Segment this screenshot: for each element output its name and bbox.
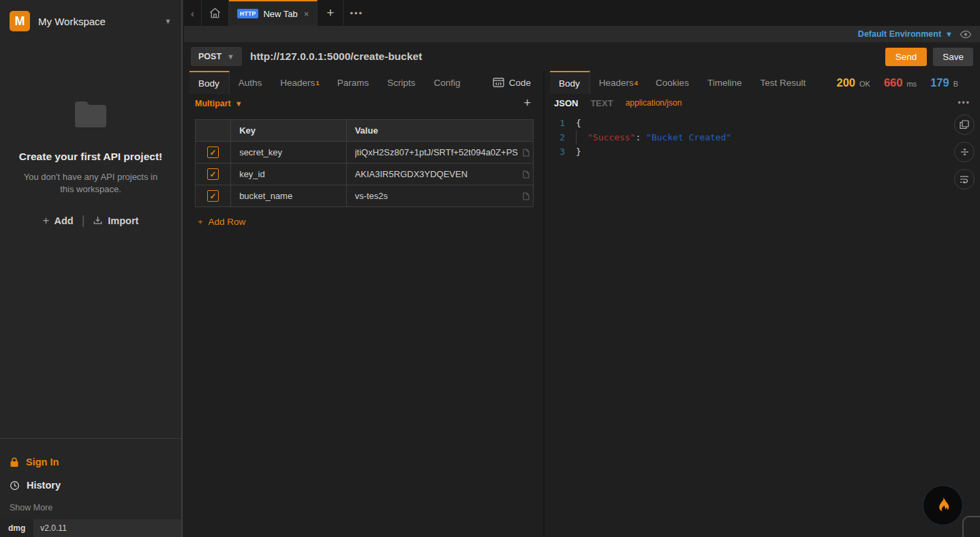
tab-more-icon[interactable]: ••• bbox=[343, 0, 369, 26]
key-cell[interactable]: key_id bbox=[231, 164, 347, 185]
tab-params[interactable]: Params bbox=[328, 71, 379, 94]
row-checkbox-checked[interactable]: ✓ bbox=[207, 147, 219, 158]
tab-headers[interactable]: Headers1 bbox=[271, 71, 328, 94]
version-bar: dmg v2.0.11 bbox=[0, 519, 181, 537]
environment-selector[interactable]: Default Environment ▼ bbox=[858, 29, 953, 39]
eye-icon[interactable] bbox=[960, 30, 972, 39]
request-tab-new-tab[interactable]: HTTP New Tab × bbox=[229, 0, 318, 26]
tab-response-cookies[interactable]: Cookies bbox=[647, 71, 699, 94]
sidebar-footer: Sign In History Show More bbox=[0, 438, 181, 519]
response-tabs: Body Headers4 Cookies Timeline Test Resu… bbox=[545, 71, 980, 94]
history-label: History bbox=[27, 480, 61, 491]
url-input[interactable]: http://127.0.0.1:5000/create-bucket bbox=[250, 50, 885, 63]
json-value: "Bucket Created" bbox=[646, 132, 731, 142]
tab-title: New Tab bbox=[263, 9, 297, 19]
wrap-text-icon[interactable] bbox=[954, 169, 975, 189]
chevron-down-icon: ▼ bbox=[945, 30, 953, 38]
version-text: v2.0.11 bbox=[40, 523, 66, 533]
code-snippet-button[interactable]: Code bbox=[486, 71, 538, 94]
brand-chip[interactable]: dmg bbox=[0, 519, 33, 537]
send-button[interactable]: Send bbox=[885, 48, 928, 66]
status-code: 200 bbox=[836, 76, 855, 89]
response-body-editor[interactable]: 1 { 2 "Success": "Bucket Created" 3 } bbox=[545, 112, 980, 537]
sign-in-label: Sign In bbox=[26, 457, 59, 467]
firecamp-flame-button[interactable] bbox=[923, 485, 963, 525]
table-header-row: Key Value bbox=[196, 120, 534, 142]
multipart-table: Key Value ✓ secret_key jtiQxH2Sz807+1ptJ… bbox=[195, 119, 534, 207]
code-label: Code bbox=[509, 78, 531, 88]
value-cell[interactable]: jtiQxH2Sz807+1ptJ/SRTf+52t094a0Z+PS bbox=[346, 142, 533, 164]
panels: Body Auths Headers1 Params Scripts Confi… bbox=[184, 71, 980, 537]
add-project-button[interactable]: + Add bbox=[43, 214, 74, 228]
attach-file-icon[interactable] bbox=[523, 149, 530, 157]
method-selector[interactable]: POST ▼ bbox=[191, 47, 242, 66]
tab-scroll-left-button[interactable]: ‹ bbox=[184, 0, 202, 26]
key-cell[interactable]: bucket_name bbox=[231, 185, 347, 207]
environment-bar: Default Environment ▼ bbox=[184, 26, 980, 42]
import-project-button[interactable]: Import bbox=[93, 215, 138, 226]
app-window: M My Workspace ▼ Create your first API p… bbox=[0, 0, 980, 537]
response-format-bar: JSON TEXT application/json ••• bbox=[545, 94, 980, 112]
sign-in-button[interactable]: Sign In bbox=[10, 457, 172, 467]
body-type-row: Multipart ▼ + bbox=[184, 94, 543, 112]
collapse-button[interactable] bbox=[954, 142, 975, 162]
tab-config[interactable]: Config bbox=[425, 71, 470, 94]
show-more-link[interactable]: Show More bbox=[10, 503, 172, 512]
new-tab-button[interactable]: + bbox=[318, 0, 343, 26]
body-type-selector[interactable]: Multipart ▼ bbox=[195, 99, 243, 108]
code-line: 1 { bbox=[545, 116, 980, 130]
http-method-badge: HTTP bbox=[237, 9, 258, 18]
format-tab-json[interactable]: JSON bbox=[554, 98, 578, 108]
request-panel: Body Auths Headers1 Params Scripts Confi… bbox=[184, 71, 543, 537]
row-checkbox-checked[interactable]: ✓ bbox=[207, 190, 219, 202]
editor-toolbar bbox=[954, 114, 975, 189]
history-button[interactable]: History bbox=[10, 480, 172, 491]
tab-body[interactable]: Body bbox=[189, 71, 230, 94]
tab-response-test-result[interactable]: Test Result bbox=[751, 71, 815, 94]
value-cell[interactable]: vs-tes2s bbox=[346, 185, 533, 207]
copy-response-button[interactable] bbox=[954, 114, 975, 135]
code-icon bbox=[493, 78, 504, 87]
attach-file-icon[interactable] bbox=[523, 192, 530, 200]
response-time-unit: ms bbox=[906, 80, 917, 88]
empty-state-title: Create your first API project! bbox=[0, 151, 181, 163]
tab-response-body[interactable]: Body bbox=[550, 71, 590, 94]
tab-badge: 4 bbox=[634, 79, 638, 87]
chevron-down-icon: ▼ bbox=[227, 52, 234, 61]
response-panel: Body Headers4 Cookies Timeline Test Resu… bbox=[543, 71, 980, 537]
value-cell[interactable]: AKIA3IR5RGDX3YDQEVEN bbox=[346, 164, 533, 185]
copy-icon bbox=[960, 120, 969, 129]
attach-file-icon[interactable] bbox=[523, 170, 530, 179]
history-clock-icon bbox=[10, 480, 20, 491]
add-row-button[interactable]: + Add Row bbox=[198, 217, 543, 227]
save-button[interactable]: Save bbox=[933, 48, 973, 66]
environment-name: Default Environment bbox=[858, 29, 941, 39]
tab-response-timeline[interactable]: Timeline bbox=[699, 71, 752, 94]
row-checkbox-checked[interactable]: ✓ bbox=[207, 168, 219, 180]
sidebar: M My Workspace ▼ Create your first API p… bbox=[0, 0, 183, 537]
divider: | bbox=[82, 213, 85, 228]
key-cell[interactable]: secret_key bbox=[231, 142, 347, 164]
workspace-logo: M bbox=[10, 11, 30, 31]
tab-scripts[interactable]: Scripts bbox=[378, 71, 425, 94]
workspace-switcher[interactable]: M My Workspace ▼ bbox=[0, 0, 181, 42]
collapse-icon bbox=[960, 147, 969, 157]
tab-strip: ‹ HTTP New Tab × + ••• bbox=[184, 0, 980, 26]
response-time: 660 bbox=[884, 76, 903, 89]
tab-response-headers[interactable]: Headers4 bbox=[590, 71, 647, 94]
close-icon[interactable]: × bbox=[304, 9, 309, 19]
response-size: 179 bbox=[930, 76, 949, 89]
home-button[interactable] bbox=[202, 0, 229, 26]
format-tab-text[interactable]: TEXT bbox=[590, 98, 613, 108]
chevron-down-icon[interactable]: ▼ bbox=[164, 17, 172, 25]
plus-icon: + bbox=[198, 217, 203, 227]
add-field-icon[interactable]: + bbox=[522, 96, 532, 110]
json-key: "Success" bbox=[587, 132, 635, 142]
request-tabs: Body Auths Headers1 Params Scripts Confi… bbox=[184, 71, 543, 94]
import-icon bbox=[93, 215, 103, 226]
plus-icon: + bbox=[43, 214, 50, 228]
lock-icon bbox=[10, 457, 19, 467]
response-more-icon[interactable]: ••• bbox=[958, 98, 970, 108]
url-row: POST ▼ http://127.0.0.1:5000/create-buck… bbox=[184, 42, 980, 71]
tab-auths[interactable]: Auths bbox=[230, 71, 272, 94]
